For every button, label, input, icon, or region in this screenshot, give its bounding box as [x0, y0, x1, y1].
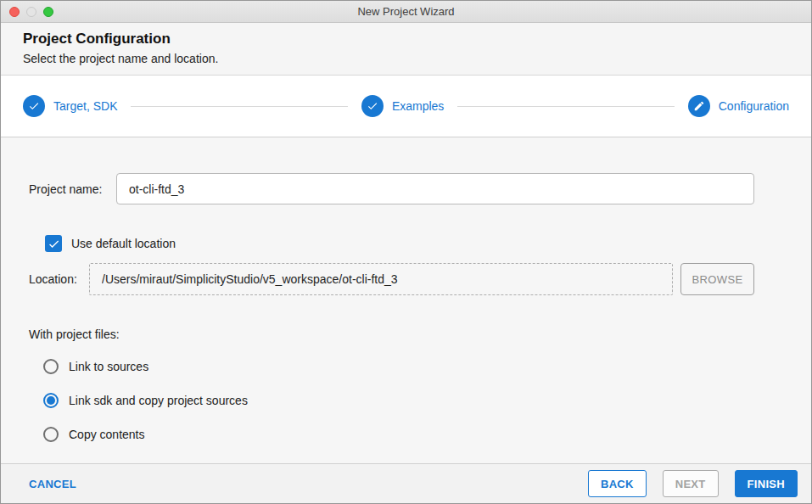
- radio-copy-contents[interactable]: Copy contents: [43, 426, 754, 443]
- radio-icon[interactable]: [43, 427, 59, 442]
- check-icon: [48, 238, 60, 250]
- location-label: Location:: [29, 272, 89, 286]
- wizard-header: Project Configuration Select the project…: [1, 23, 811, 76]
- with-project-files-label: With project files:: [29, 328, 754, 341]
- window-title: New Project Wizard: [1, 5, 811, 18]
- browse-button[interactable]: BROWSE: [680, 263, 754, 295]
- location-row: Location: BROWSE: [29, 263, 754, 295]
- title-bar: New Project Wizard: [1, 1, 811, 23]
- step-label: Examples: [392, 99, 444, 113]
- page-title: Project Configuration: [23, 31, 789, 48]
- page-subtitle: Select the project name and location.: [23, 52, 789, 65]
- check-icon: [23, 95, 45, 117]
- radio-label: Link sdk and copy project sources: [69, 394, 248, 407]
- use-default-location-row[interactable]: Use default location: [45, 235, 754, 252]
- radio-label: Link to sources: [69, 360, 148, 373]
- check-icon: [361, 95, 384, 117]
- step-examples[interactable]: Examples: [361, 95, 444, 117]
- radio-link-sdk-copy-sources[interactable]: Link sdk and copy project sources: [43, 392, 754, 409]
- wizard-footer: CANCEL BACK NEXT FINISH: [1, 463, 811, 503]
- location-input[interactable]: [89, 263, 673, 295]
- cancel-button[interactable]: CANCEL: [29, 478, 76, 490]
- use-default-location-label: Use default location: [71, 237, 176, 250]
- project-name-input[interactable]: [116, 173, 754, 204]
- wizard-stepper: Target, SDK Examples Configuration: [1, 76, 811, 137]
- form-content: Project name: Use default location Locat…: [1, 173, 811, 443]
- step-connector: [131, 106, 347, 107]
- radio-selected-icon[interactable]: [43, 393, 59, 408]
- footer-buttons: BACK NEXT FINISH: [588, 470, 798, 497]
- step-target-sdk[interactable]: Target, SDK: [23, 95, 117, 117]
- step-connector: [457, 106, 674, 107]
- project-name-label: Project name:: [29, 182, 116, 196]
- radio-link-to-sources[interactable]: Link to sources: [43, 358, 754, 375]
- new-project-wizard-window: { "window": { "title": "New Project Wiza…: [0, 0, 812, 504]
- radio-label: Copy contents: [69, 428, 145, 441]
- next-button[interactable]: NEXT: [663, 470, 719, 497]
- step-label: Configuration: [719, 99, 789, 113]
- finish-button[interactable]: FINISH: [735, 470, 798, 497]
- project-name-row: Project name:: [29, 173, 754, 204]
- step-label: Target, SDK: [53, 99, 117, 113]
- back-button[interactable]: BACK: [588, 470, 647, 497]
- use-default-location-checkbox[interactable]: [45, 235, 62, 252]
- pencil-icon: [688, 95, 710, 117]
- step-configuration[interactable]: Configuration: [688, 95, 789, 117]
- radio-icon[interactable]: [43, 359, 59, 374]
